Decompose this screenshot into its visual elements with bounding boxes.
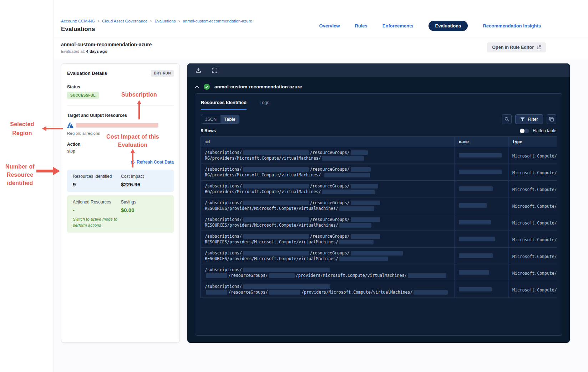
id-text: /resourceGroups/ bbox=[310, 166, 350, 172]
id-text: /subscriptions/ bbox=[205, 284, 242, 289]
cell-id: /subscriptions//resourceGroups//provider… bbox=[201, 264, 455, 281]
search-icon bbox=[505, 117, 509, 122]
download-icon[interactable] bbox=[196, 67, 201, 73]
id-text: /resourceGroups/ bbox=[310, 183, 350, 189]
redacted-segment bbox=[206, 290, 227, 295]
action-label: Action bbox=[67, 142, 174, 147]
id-line: RG/providers/Microsoft.Compute/virtualMa… bbox=[205, 189, 451, 195]
collapse-chevron-icon[interactable] bbox=[195, 86, 199, 88]
table-row: /subscriptions//resourceGroups//provider… bbox=[201, 281, 557, 298]
breadcrumb-link[interactable]: Evaluations bbox=[154, 19, 176, 23]
breadcrumb-separator: > bbox=[150, 19, 152, 23]
redacted-segment bbox=[243, 217, 309, 222]
id-text: /subscriptions/ bbox=[205, 166, 242, 172]
divider bbox=[67, 105, 174, 106]
breadcrumb-separator: > bbox=[97, 19, 100, 23]
cell-name bbox=[455, 281, 508, 298]
redacted-name bbox=[459, 220, 491, 224]
refresh-cost-data-link[interactable]: Refresh Cost Data bbox=[131, 160, 174, 165]
breadcrumb-link[interactable]: Cloud Asset Governance bbox=[102, 19, 147, 23]
evaluated-value: 4 days ago bbox=[86, 49, 107, 53]
resource-type: Microsoft.Compute/virtu bbox=[512, 221, 557, 226]
resource-type: Microsoft.Compute/virtu bbox=[512, 187, 557, 192]
redacted-name bbox=[459, 270, 489, 275]
card-title: Evaluation Details bbox=[67, 71, 107, 76]
success-check-icon bbox=[204, 84, 210, 90]
redacted-segment bbox=[351, 150, 368, 155]
id-text: /resourceGroups/ bbox=[228, 273, 268, 278]
id-line: RESOURCES/providers/Microsoft.Compute/vi… bbox=[205, 222, 451, 228]
resources-identified-label: Resources Identified bbox=[73, 174, 121, 179]
subheader: anmol-custom-recommendation-azure Evalua… bbox=[54, 37, 588, 58]
evaluated-at: Evaluated at: 4 days ago bbox=[61, 49, 107, 53]
id-text: RG/providers/Microsoft.Compute/virtualMa… bbox=[205, 155, 321, 161]
id-line: /subscriptions/ bbox=[205, 284, 451, 289]
nav-recommendation-insights[interactable]: Recommendation Insights bbox=[483, 23, 541, 29]
cell-type: Microsoft.Compute/virtu bbox=[508, 214, 557, 231]
id-text: /resourceGroups/ bbox=[310, 250, 350, 256]
view-toggle-table[interactable]: Table bbox=[220, 115, 239, 123]
table-header-row: idnametype bbox=[201, 137, 557, 147]
nav-enforcements[interactable]: Enforcements bbox=[382, 23, 414, 29]
table-row: /subscriptions//resourceGroups/RESOURCES… bbox=[201, 248, 557, 264]
fullscreen-icon[interactable] bbox=[212, 68, 217, 73]
flatten-table-label: Flatten table bbox=[533, 128, 556, 133]
cell-id: /subscriptions//resourceGroups/RESOURCES… bbox=[201, 248, 455, 264]
resource-type: Microsoft.Compute/virtu bbox=[512, 254, 557, 259]
savings-label: Savings bbox=[121, 200, 168, 205]
search-button[interactable] bbox=[502, 114, 512, 124]
evaluation-section-title: anmol-custom-recommendation-azure bbox=[214, 84, 302, 89]
cell-name bbox=[455, 164, 508, 181]
breadcrumb-link[interactable]: anmol-custom-recommendation-azure bbox=[183, 19, 252, 23]
filter-button[interactable]: Filter bbox=[515, 114, 543, 124]
redacted-segment bbox=[243, 184, 309, 188]
redacted-segment bbox=[243, 234, 309, 239]
id-text: RESOURCES/providers/Microsoft.Compute/vi… bbox=[205, 206, 338, 211]
redacted-segment bbox=[269, 273, 295, 278]
breadcrumb-link[interactable]: Account: CCM-NG bbox=[61, 19, 95, 23]
tab-logs[interactable]: Logs bbox=[259, 100, 269, 110]
open-rule-editor-button[interactable]: Open in Rule Editor bbox=[487, 42, 546, 52]
rule-name: anmol-custom-recommendation-azure bbox=[61, 42, 152, 47]
panel-toolbar bbox=[187, 63, 570, 77]
tab-resources-identified[interactable]: Resources Identified bbox=[201, 100, 247, 110]
evaluated-label: Evaluated at: bbox=[61, 49, 85, 53]
redacted-segment bbox=[243, 268, 330, 272]
copy-button[interactable] bbox=[547, 114, 556, 124]
id-line: /subscriptions//resourceGroups/ bbox=[205, 183, 451, 189]
app-header: Account: CCM-NG>Cloud Asset Governance>E… bbox=[54, 0, 588, 37]
redacted-segment bbox=[408, 273, 446, 278]
cell-id: /subscriptions//resourceGroups/RG/provid… bbox=[201, 181, 455, 197]
resource-type: Microsoft.Compute/virtu bbox=[512, 204, 557, 209]
view-toggle-json[interactable]: JSON bbox=[201, 115, 220, 123]
cell-id: /subscriptions//resourceGroups/RG/provid… bbox=[201, 164, 455, 181]
nav-evaluations[interactable]: Evaluations bbox=[429, 21, 468, 31]
nav-rules[interactable]: Rules bbox=[355, 23, 367, 29]
id-text: /subscriptions/ bbox=[205, 200, 242, 206]
breadcrumb-separator: > bbox=[178, 19, 181, 23]
id-text: /subscriptions/ bbox=[205, 267, 242, 273]
toggle-track bbox=[520, 129, 529, 133]
id-text: /subscriptions/ bbox=[205, 183, 242, 189]
redacted-segment bbox=[351, 217, 380, 222]
cell-name bbox=[455, 214, 508, 231]
breadcrumb: Account: CCM-NG>Cloud Asset Governance>E… bbox=[61, 19, 252, 23]
id-line: /resourceGroups//providers/Microsoft.Com… bbox=[205, 289, 451, 295]
redacted-segment bbox=[414, 290, 448, 295]
savings-value: $0.00 bbox=[121, 207, 168, 213]
toggle-knob bbox=[520, 129, 524, 133]
cell-id: /subscriptions//resourceGroups/RESOURCES… bbox=[201, 214, 455, 231]
flatten-table-toggle[interactable]: Flatten table bbox=[520, 128, 556, 133]
nav-overview[interactable]: Overview bbox=[319, 23, 340, 29]
redacted-segment bbox=[339, 257, 388, 261]
redacted-segment bbox=[351, 184, 378, 188]
region-value: Region: allregions bbox=[67, 131, 174, 135]
action-value: stop bbox=[67, 149, 174, 154]
filter-button-label: Filter bbox=[528, 117, 538, 122]
id-line: RG/providers/Microsoft.Compute/virtualMa… bbox=[205, 172, 451, 178]
results-tabs: Resources Identified Logs bbox=[195, 94, 562, 110]
top-nav: OverviewRulesEnforcementsEvaluationsReco… bbox=[319, 21, 541, 31]
cell-name bbox=[455, 231, 508, 248]
cell-name bbox=[455, 197, 508, 214]
id-line: RESOURCES/providers/Microsoft.Compute/vi… bbox=[205, 206, 451, 211]
